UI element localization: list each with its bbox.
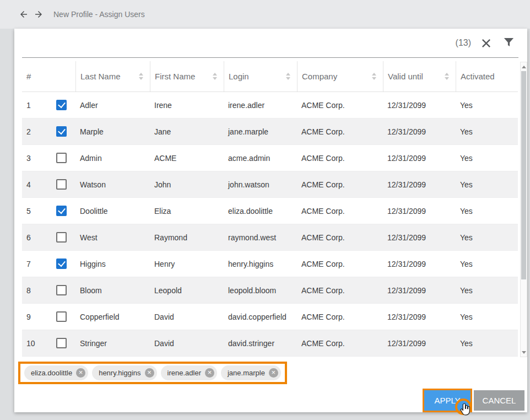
- sort-icon[interactable]: [286, 73, 290, 80]
- cell-login: raymond.west: [224, 233, 297, 242]
- column-header[interactable]: Last Name: [75, 61, 150, 91]
- back-arrow-icon[interactable]: [19, 9, 29, 19]
- cell-last: Marple: [75, 127, 150, 136]
- cell-valid: 12/31/2099: [383, 101, 456, 110]
- chip-label: jane.marple: [228, 369, 265, 377]
- filter-bar: (13): [22, 29, 518, 58]
- row-number: 3: [26, 154, 56, 163]
- table-row: 2MarpleJanejane.marpleACME Corp.12/31/20…: [22, 119, 518, 145]
- filter-input[interactable]: [22, 29, 456, 57]
- column-header[interactable]: Company: [297, 61, 383, 91]
- row-checkbox[interactable]: [56, 126, 67, 137]
- cell-last: Doolittle: [75, 207, 150, 216]
- table-row: 6WestRaymondraymond.westACME Corp.12/31/…: [22, 224, 518, 251]
- row-number: 5: [26, 207, 56, 216]
- row-number: 1: [26, 101, 56, 110]
- row-number: 6: [26, 233, 56, 242]
- scroll-up-icon[interactable]: [521, 63, 527, 71]
- row-checkbox[interactable]: [56, 206, 67, 216]
- clear-filter-icon[interactable]: [482, 39, 490, 47]
- cell-valid: 12/31/2099: [383, 207, 456, 216]
- cell-valid: 12/31/2099: [383, 286, 456, 295]
- cell-login: eliza.doolittle: [224, 207, 297, 216]
- cell-login: jane.marple: [224, 127, 297, 136]
- chip-label: irene.adler: [167, 369, 201, 377]
- row-number: 9: [26, 313, 56, 321]
- cell-company: ACME Corp.: [297, 313, 383, 321]
- column-header[interactable]: Valid until: [383, 61, 456, 91]
- row-number: 7: [26, 260, 56, 268]
- column-label: #: [26, 72, 31, 81]
- column-header[interactable]: Login: [224, 61, 297, 91]
- user-chip: eliza.doolittle×: [24, 365, 88, 380]
- cell-valid: 12/31/2099: [383, 180, 456, 189]
- cell-first: ACME: [150, 154, 224, 163]
- forward-arrow-icon[interactable]: [34, 9, 44, 19]
- chip-remove-icon[interactable]: ×: [145, 368, 154, 378]
- cell-valid: 12/31/2099: [383, 154, 456, 163]
- chip-remove-icon[interactable]: ×: [76, 368, 85, 378]
- cell-first: David: [150, 313, 224, 321]
- cell-first: Leopold: [150, 286, 224, 295]
- cell-login: david.stringer: [224, 339, 297, 348]
- row-checkbox[interactable]: [56, 179, 67, 190]
- table-row: 7HigginsHenryhenry.higginsACME Corp.12/3…: [22, 251, 518, 277]
- cell-activated: Yes: [456, 207, 518, 216]
- chip-remove-icon[interactable]: ×: [205, 368, 214, 378]
- row-index-cell: 6: [22, 232, 75, 243]
- row-checkbox[interactable]: [56, 259, 67, 269]
- sort-icon[interactable]: [372, 73, 376, 80]
- cell-first: Raymond: [150, 233, 224, 242]
- row-checkbox[interactable]: [56, 232, 67, 243]
- column-header[interactable]: First Name: [150, 61, 224, 91]
- cell-activated: Yes: [456, 233, 518, 242]
- scrollbar-thumb[interactable]: [521, 71, 526, 279]
- sort-icon[interactable]: [213, 73, 217, 80]
- table-body: 1AdlerIreneirene.adlerACME Corp.12/31/20…: [22, 92, 518, 357]
- row-checkbox[interactable]: [56, 153, 67, 163]
- cell-last: Higgins: [75, 260, 150, 268]
- cell-company: ACME Corp.: [297, 286, 383, 295]
- cell-company: ACME Corp.: [297, 207, 383, 216]
- cell-login: john.watson: [224, 180, 297, 189]
- row-number: 8: [26, 286, 56, 295]
- cell-last: Copperfield: [75, 313, 150, 321]
- row-index-cell: 2: [22, 126, 75, 137]
- top-bar: New Profile - Assign Users: [0, 0, 530, 29]
- cell-valid: 12/31/2099: [383, 260, 456, 268]
- cell-valid: 12/31/2099: [383, 233, 456, 242]
- sort-icon[interactable]: [139, 73, 143, 80]
- cell-valid: 12/31/2099: [383, 313, 456, 321]
- cell-last: West: [75, 233, 150, 242]
- cancel-button[interactable]: CANCEL: [474, 390, 524, 411]
- cell-first: David: [150, 339, 224, 348]
- row-checkbox[interactable]: [56, 285, 67, 295]
- row-index-cell: 3: [22, 153, 75, 163]
- row-checkbox[interactable]: [56, 100, 67, 110]
- column-header: #: [22, 61, 75, 91]
- cell-company: ACME Corp.: [297, 339, 383, 348]
- cell-activated: Yes: [456, 313, 518, 321]
- sort-icon[interactable]: [445, 73, 449, 80]
- cell-login: irene.adler: [224, 101, 297, 110]
- cell-first: Eliza: [150, 207, 224, 216]
- selected-users-box: eliza.doolittle×henry.higgins×irene.adle…: [18, 362, 287, 384]
- cell-login: leopold.bloom: [224, 286, 297, 295]
- scroll-down-icon[interactable]: [521, 348, 527, 356]
- row-number: 4: [26, 180, 56, 189]
- row-checkbox[interactable]: [56, 338, 67, 348]
- chip-remove-icon[interactable]: ×: [269, 368, 278, 378]
- filter-icon[interactable]: [504, 37, 514, 49]
- cell-company: ACME Corp.: [297, 233, 383, 242]
- cell-company: ACME Corp.: [297, 127, 383, 136]
- column-label: Last Name: [80, 72, 121, 81]
- cell-activated: Yes: [456, 286, 518, 295]
- cell-company: ACME Corp.: [297, 154, 383, 163]
- cell-activated: Yes: [456, 101, 518, 110]
- scrollbar[interactable]: [520, 62, 527, 357]
- row-checkbox[interactable]: [56, 311, 67, 322]
- chip-label: henry.higgins: [99, 369, 140, 377]
- assign-users-dialog: (13) #Last NameFirst NameLoginCompanyVal…: [14, 29, 527, 412]
- table-header: #Last NameFirst NameLoginCompanyValid un…: [22, 61, 518, 92]
- row-index-cell: 7: [22, 259, 75, 269]
